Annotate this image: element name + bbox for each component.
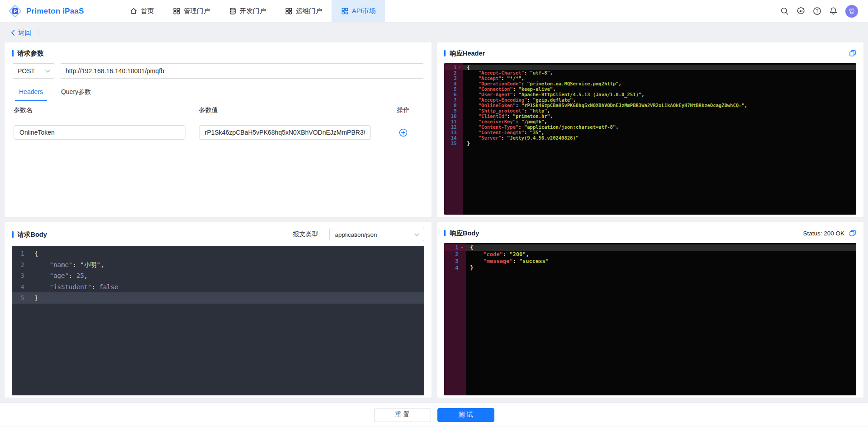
- code-text: {: [466, 244, 857, 251]
- content-type-select[interactable]: application/json: [329, 228, 424, 241]
- param-tabs: Headers Query参数: [12, 84, 424, 101]
- back-button[interactable]: 返回: [11, 28, 31, 37]
- code-text: "Connection": "keep-alive",: [463, 86, 857, 92]
- code-line: 2 "code": "200",: [444, 251, 857, 258]
- chevron-down-icon: [45, 70, 50, 73]
- panel-title: 请求参数: [18, 49, 44, 58]
- line-number: 3: [444, 258, 459, 265]
- help-icon[interactable]: ?: [813, 7, 821, 15]
- request-params-panel: 请求参数 POST Headers Query参数 参数名 参数值 操作: [5, 42, 432, 217]
- nav-item-api-market[interactable]: API市场: [332, 0, 385, 22]
- code-text: "age": 25,: [29, 270, 424, 282]
- col-param-name: 参数名: [14, 106, 185, 114]
- line-number: 5: [444, 86, 457, 92]
- url-input[interactable]: [60, 63, 424, 79]
- breadcrumb: 返回: [0, 23, 868, 42]
- param-name-input[interactable]: [14, 125, 185, 140]
- svg-text:P: P: [14, 9, 17, 14]
- title-accent-bar: [12, 50, 14, 56]
- fold-spacer: [457, 103, 463, 108]
- search-icon[interactable]: [780, 7, 789, 15]
- fold-spacer: [24, 259, 29, 271]
- fold-spacer: [457, 86, 463, 92]
- param-value-input[interactable]: [199, 125, 371, 140]
- nav-item-label: 管理门户: [184, 7, 210, 15]
- line-number: 7: [444, 97, 457, 103]
- fold-spacer: [24, 248, 29, 259]
- table-row: [12, 119, 424, 145]
- code-line: 5}: [12, 292, 424, 304]
- nav-item-dev-portal[interactable]: 开发门户: [219, 0, 275, 22]
- code-text: "name": "小明",: [29, 259, 424, 271]
- request-body-panel: 请求Body 报文类型: application/json 1{2 "name"…: [5, 222, 432, 398]
- ai-assistant-icon[interactable]: AI: [797, 7, 805, 15]
- nav-item-ops-portal[interactable]: 运维门户: [275, 0, 332, 22]
- response-header-panel: 响应Header 1▾{2 "Accept-Charset": "utf-8",…: [437, 42, 864, 217]
- params-table-header: 参数名 参数值 操作: [12, 101, 424, 119]
- nav-item-admin-portal[interactable]: 管理门户: [163, 0, 219, 22]
- fold-caret-icon[interactable]: ▾: [459, 244, 466, 251]
- back-label: 返回: [18, 28, 31, 37]
- fold-spacer: [457, 97, 463, 103]
- line-number: 2: [444, 70, 457, 75]
- test-button[interactable]: 测 试: [437, 408, 494, 422]
- add-row-button[interactable]: [399, 128, 408, 137]
- code-text: "Accept": "*/*",: [463, 75, 857, 81]
- line-number: 8: [444, 103, 457, 108]
- code-line: 15}: [444, 141, 857, 146]
- col-param-value: 参数值: [199, 106, 371, 114]
- code-line: 3 "age": 25,: [12, 270, 424, 282]
- line-number: 10: [444, 113, 457, 119]
- code-text: "ClientId": "primeton.hr",: [463, 113, 857, 119]
- code-line: 2 "Accept-Charset": "utf-8",: [444, 70, 857, 75]
- chevron-down-icon: [414, 233, 419, 236]
- code-line: 4 "isStudent": false: [12, 282, 424, 293]
- fold-spacer: [457, 81, 463, 86]
- copy-icon[interactable]: [849, 230, 856, 237]
- tab-headers[interactable]: Headers: [18, 84, 44, 101]
- method-select[interactable]: POST: [12, 63, 55, 79]
- code-text: "Content-Type": "application/json;charse…: [463, 124, 857, 130]
- tab-query-params[interactable]: Query参数: [60, 84, 92, 101]
- code-text: }: [29, 292, 424, 304]
- code-text: "OnlineToken": "rP1Sk46zpCBaH5vPK68hq5xN…: [463, 103, 857, 108]
- avatar[interactable]: 管: [845, 5, 858, 18]
- reset-button[interactable]: 重 置: [374, 408, 431, 422]
- code-line: 1{: [12, 248, 424, 259]
- line-number: 12: [444, 124, 457, 130]
- panel-title: 响应Header: [450, 49, 485, 58]
- main-content: 请求参数 POST Headers Query参数 参数名 参数值 操作: [0, 42, 868, 398]
- line-number: 15: [444, 141, 457, 146]
- code-text: }: [466, 265, 857, 272]
- code-text: }: [463, 141, 857, 146]
- code-line: 4}: [444, 265, 857, 272]
- copy-icon[interactable]: [849, 50, 856, 57]
- line-number: 4: [12, 282, 24, 293]
- code-text: "isStudent": false: [29, 282, 424, 293]
- title-accent-bar: [444, 50, 446, 56]
- code-text: "User-Agent": "Apache-HttpClient/4.5.13 …: [463, 92, 857, 97]
- main-nav: 首页管理门户开发门户运维门户API市场: [120, 0, 385, 22]
- plus-circle-icon: [399, 128, 408, 137]
- fold-spacer: [457, 135, 463, 141]
- response-body-editor[interactable]: 1▾{2 "code": "200",3 "message": "success…: [444, 243, 857, 395]
- request-body-editor[interactable]: 1{2 "name": "小明",3 "age": 25,4 "isStuden…: [12, 246, 424, 395]
- code-text: "receiverKey": "/pmqfb",: [463, 119, 857, 124]
- response-header-editor[interactable]: 1▾{2 "Accept-Charset": "utf-8",3 "Accept…: [444, 63, 857, 215]
- line-number: 5: [12, 292, 24, 304]
- fold-spacer: [459, 258, 466, 265]
- fold-caret-icon[interactable]: ▾: [457, 65, 463, 70]
- notifications-bell-icon[interactable]: [829, 7, 838, 15]
- nav-item-home[interactable]: 首页: [120, 0, 163, 22]
- divider: [38, 29, 38, 36]
- line-number: 1: [444, 244, 459, 251]
- brand[interactable]: P Primeton iPaaS: [8, 0, 107, 22]
- svg-text:AI: AI: [799, 9, 802, 13]
- fold-spacer: [24, 270, 29, 282]
- code-line: 10 "ClientId": "primeton.hr",: [444, 113, 857, 119]
- code-line: 12 "Content-Type": "application/json;cha…: [444, 124, 857, 130]
- code-text: "Accept-Charset": "utf-8",: [463, 70, 857, 75]
- response-body-panel: 响应Body Status: 200 OK 1▾{2 "code": "200"…: [437, 222, 864, 398]
- code-text: "$http_protocol": "http",: [463, 108, 857, 113]
- code-line: 1▾{: [444, 244, 857, 251]
